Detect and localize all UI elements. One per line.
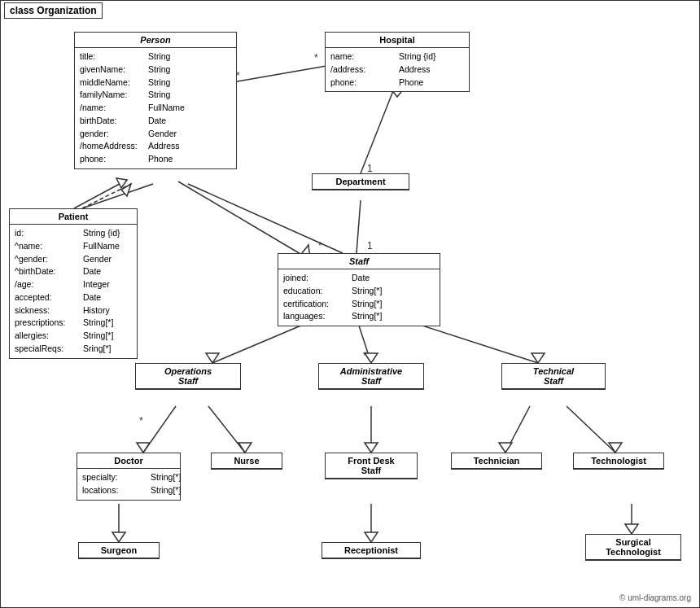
class-staff-body: joined:Date education:String[*] certific…	[278, 269, 440, 326]
svg-line-34	[178, 182, 310, 260]
class-receptionist: Receptionist	[322, 542, 421, 559]
class-doctor: Doctor specialty:String[*] locations:Str…	[77, 453, 181, 501]
class-receptionist-header: Receptionist	[322, 543, 420, 558]
svg-text:1: 1	[367, 163, 373, 174]
class-operations-staff-header: OperationsStaff	[136, 364, 240, 389]
class-doctor-body: specialty:String[*] locations:String[*]	[77, 469, 180, 500]
class-technologist: Technologist	[573, 453, 664, 470]
svg-marker-25	[609, 443, 622, 453]
class-person: Person title:String givenName:String mid…	[74, 32, 237, 169]
svg-line-32	[74, 180, 127, 208]
svg-marker-33	[116, 178, 127, 188]
class-technician-header: Technician	[452, 453, 541, 469]
svg-text:1: 1	[367, 240, 373, 252]
svg-line-1	[188, 184, 343, 253]
class-patient-header: Patient	[10, 209, 137, 225]
svg-line-16	[143, 406, 176, 453]
svg-marker-27	[112, 532, 125, 542]
svg-line-2	[361, 81, 397, 173]
svg-marker-19	[238, 443, 252, 453]
class-patient: Patient id:String {id} ^name:FullName ^g…	[9, 208, 138, 359]
svg-marker-9	[121, 184, 131, 196]
svg-line-24	[567, 406, 615, 453]
class-surgical-technologist: SurgicalTechnologist	[585, 534, 681, 561]
svg-line-8	[82, 184, 131, 208]
class-technician: Technician	[451, 453, 542, 470]
diagram-label: class Organization	[4, 2, 103, 19]
class-person-body: title:String givenName:String middleName…	[75, 48, 236, 168]
class-front-desk-staff-header: Front DeskStaff	[326, 453, 417, 479]
svg-text:*: *	[314, 52, 318, 63]
class-department-header: Department	[313, 174, 409, 190]
class-staff-header: Staff	[278, 254, 440, 269]
class-nurse: Nurse	[211, 453, 282, 470]
svg-marker-17	[137, 443, 150, 453]
svg-text:*: *	[318, 240, 322, 252]
class-nurse-header: Nurse	[212, 453, 282, 469]
svg-marker-29	[365, 532, 378, 542]
svg-text:*: *	[363, 350, 367, 361]
class-person-header: Person	[75, 33, 236, 48]
svg-marker-21	[365, 443, 378, 453]
class-administrative-staff: AdministrativeStaff	[318, 363, 424, 390]
class-surgical-technologist-header: SurgicalTechnologist	[586, 535, 680, 560]
class-hospital-body: name:String {id} /address:Address phone:…	[326, 48, 469, 91]
class-technologist-header: Technologist	[574, 453, 663, 469]
svg-line-5	[233, 66, 326, 82]
svg-line-4	[357, 200, 361, 253]
svg-marker-31	[625, 524, 638, 534]
class-administrative-staff-header: AdministrativeStaff	[319, 364, 423, 389]
svg-line-18	[208, 406, 245, 453]
class-surgeon-header: Surgeon	[79, 543, 159, 558]
class-department: Department	[312, 173, 409, 190]
class-surgeon: Surgeon	[78, 542, 160, 559]
class-hospital-header: Hospital	[326, 33, 469, 48]
class-hospital: Hospital name:String {id} /address:Addre…	[325, 32, 470, 92]
class-patient-body: id:String {id} ^name:FullName ^gender:Ge…	[10, 225, 137, 358]
class-operations-staff: OperationsStaff	[135, 363, 241, 390]
svg-marker-15	[532, 353, 545, 363]
class-front-desk-staff: Front DeskStaff	[325, 453, 418, 479]
class-staff: Staff joined:Date education:String[*] ce…	[278, 253, 440, 326]
copyright: © uml-diagrams.org	[619, 593, 691, 602]
svg-text:*: *	[139, 415, 143, 426]
class-technical-staff: TechnicalStaff	[501, 363, 606, 390]
svg-marker-13	[365, 353, 378, 363]
class-technical-staff-header: TechnicalStaff	[502, 364, 605, 389]
svg-line-0	[82, 184, 153, 208]
class-doctor-header: Doctor	[77, 453, 180, 469]
svg-marker-11	[206, 353, 219, 363]
diagram-container: class Organization * *	[0, 0, 700, 608]
svg-marker-23	[499, 443, 512, 453]
svg-line-22	[505, 406, 530, 453]
